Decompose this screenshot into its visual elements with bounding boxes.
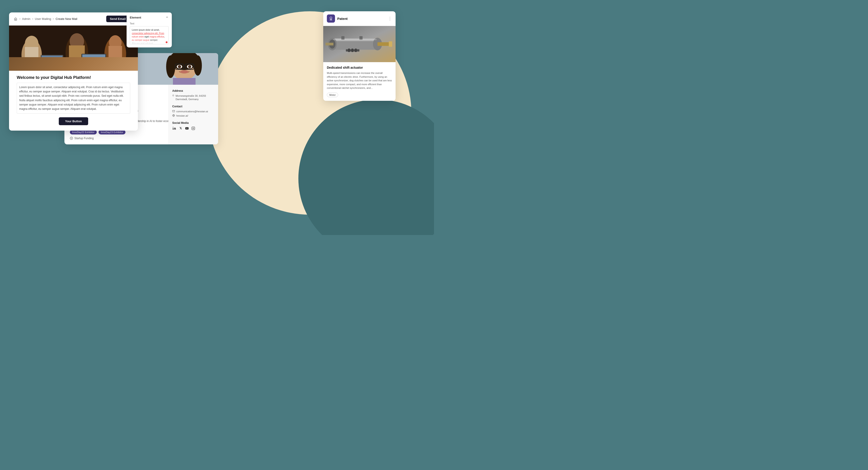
element-panel-title: Element — [130, 16, 141, 19]
patent-body: Dedicated shift actuator Multi-speed tra… — [323, 62, 396, 101]
svg-point-33 — [180, 70, 188, 73]
svg-point-32 — [188, 65, 191, 68]
preview-dot — [166, 41, 167, 43]
breadcrumb-user-mailing[interactable]: User Mailing — [35, 17, 51, 21]
svg-rect-12 — [41, 56, 62, 68]
breadcrumb-admin[interactable]: Admin — [22, 17, 31, 21]
breadcrumb-sep-2: > — [32, 17, 33, 21]
email-cta-button[interactable]: Your Button — [59, 117, 88, 125]
svg-rect-62 — [333, 39, 377, 40]
patent-icon — [327, 14, 335, 23]
svg-point-24 — [166, 55, 175, 78]
address-title: Address — [172, 89, 215, 92]
svg-point-42 — [173, 95, 174, 96]
svg-rect-34 — [173, 78, 195, 85]
svg-point-25 — [194, 55, 202, 76]
email-title: Welcome to your Digital Hub Platform! — [17, 75, 130, 80]
email-composer-card: > Admin > User Mailing > Create New Mail… — [9, 12, 138, 131]
patent-product-title: Dedicated shift actuator — [327, 66, 392, 69]
contact-title: Contact — [172, 105, 215, 108]
patent-product-tag[interactable]: Motor — [327, 93, 338, 97]
preview-fade — [130, 39, 168, 44]
svg-rect-66 — [355, 49, 357, 52]
element-panel-collapse-icon[interactable] — [165, 15, 168, 20]
breadcrumb-create-mail: Create New Mail — [56, 17, 77, 21]
breadcrumb: > Admin > User Mailing > Create New Mail — [13, 17, 77, 21]
patent-product-image — [323, 26, 396, 62]
svg-rect-59 — [326, 43, 333, 45]
email-hero-image — [9, 26, 138, 71]
svg-point-31 — [178, 65, 181, 68]
patent-header-left: Patent — [327, 14, 348, 23]
company-right-panel: Address Mornewegstraße 30, 64293 Darmsta… — [168, 85, 218, 145]
element-panel-header: Element — [130, 15, 168, 20]
breadcrumb-sep-3: > — [53, 17, 54, 21]
social-media-section: Social Media 𝕏 — [172, 121, 215, 130]
element-text-preview[interactable]: Lorem ipsum dolor sit amet, consectetur … — [130, 26, 168, 44]
svg-rect-16 — [9, 26, 138, 71]
social-media-title: Social Media — [172, 121, 215, 125]
svg-rect-64 — [348, 49, 350, 52]
element-panel: Element Text Lorem ipsum dolor sit amet,… — [127, 12, 172, 48]
instagram-icon[interactable] — [191, 126, 195, 130]
social-icons-row: 𝕏 — [172, 126, 215, 130]
linkedin-icon[interactable] — [172, 126, 176, 130]
svg-rect-11 — [41, 55, 63, 70]
svg-rect-58 — [389, 41, 392, 47]
email-card-body: Welcome to your Digital Hub Platform! Lo… — [9, 26, 138, 131]
send-email-label: Send Email — [110, 17, 126, 21]
svg-rect-47 — [192, 127, 195, 130]
svg-rect-65 — [351, 49, 353, 52]
svg-rect-1 — [9, 57, 138, 71]
email-content-area: Welcome to your Digital Hub Platform! Lo… — [11, 71, 135, 131]
email-body[interactable]: Lorem ipsum dolor sit amet, consectetur … — [17, 83, 130, 114]
svg-rect-15 — [27, 59, 31, 64]
patent-card: Patent ⋮ — [323, 11, 396, 101]
contact-section: Contact communications@hessian.ai hessia… — [172, 105, 215, 118]
youtube-icon[interactable] — [185, 126, 189, 130]
patent-menu-icon[interactable]: ⋮ — [388, 16, 392, 21]
twitter-x-icon[interactable]: 𝕏 — [179, 126, 183, 130]
breadcrumb-sep-1: > — [19, 17, 21, 21]
svg-point-45 — [173, 127, 174, 127]
patent-title: Patent — [337, 17, 348, 21]
patent-product-desc: Multi-speed transmissions can increase t… — [327, 71, 392, 90]
patent-header: Patent ⋮ — [323, 11, 396, 26]
contact-website[interactable]: hessian.ai/ — [172, 114, 215, 118]
email-composer-header: > Admin > User Mailing > Create New Mail… — [9, 12, 138, 26]
svg-point-49 — [330, 17, 332, 19]
address-section: Address Mornewegstraße 30, 64293 Darmsta… — [172, 89, 215, 101]
element-text-label: Text — [130, 22, 168, 25]
home-icon[interactable] — [13, 17, 18, 21]
contact-email[interactable]: communications@hessian.ai — [172, 110, 215, 113]
address-value: Mornewegstraße 30, 64293 Darmstadt, Germ… — [172, 94, 215, 101]
